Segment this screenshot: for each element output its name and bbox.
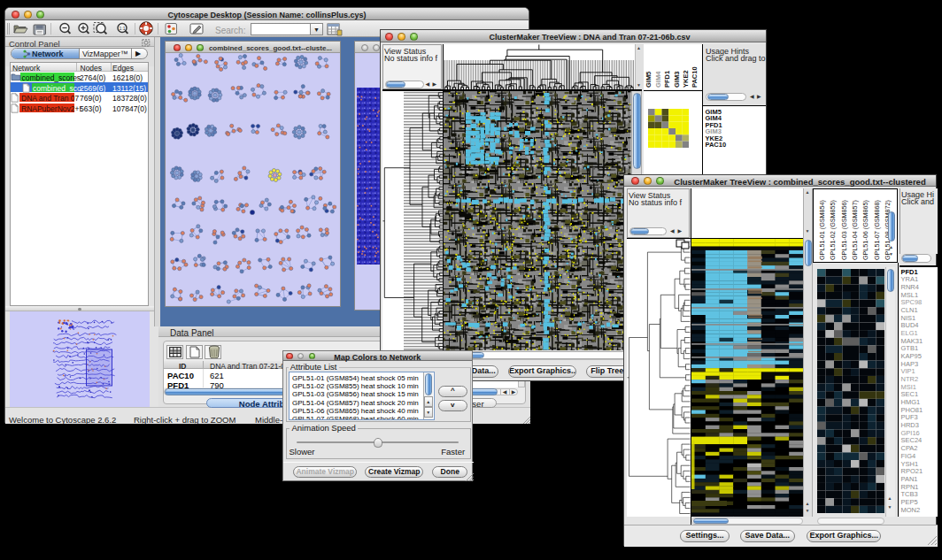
svg-text:1:1: 1:1 <box>120 26 126 31</box>
svg-text:GIM4: GIM4 <box>654 71 662 88</box>
svg-text:GIM5: GIM5 <box>645 71 652 87</box>
svg-text:GPL51-03 (GSM856): GPL51-03 (GSM856) <box>840 200 848 260</box>
svg-text:YKE2: YKE2 <box>682 70 690 88</box>
svg-text:GPL51-06 (GSM865): GPL51-06 (GSM865) <box>861 200 869 260</box>
svg-text:GPL51-04 (GSM857): GPL51-04 (GSM857) <box>851 200 859 260</box>
svg-text:GPL51-02 (GSM855): GPL51-02 (GSM855) <box>829 200 837 260</box>
svg-text:PAC10: PAC10 <box>691 66 699 88</box>
svg-text:GIM3: GIM3 <box>673 71 681 87</box>
svg-text:GPL51-01 (GSM854): GPL51-01 (GSM854) <box>818 200 826 260</box>
svg-text:PFD1: PFD1 <box>663 71 671 88</box>
svg-text:GPL51-07 (GSM868): GPL51-07 (GSM868) <box>873 200 881 260</box>
